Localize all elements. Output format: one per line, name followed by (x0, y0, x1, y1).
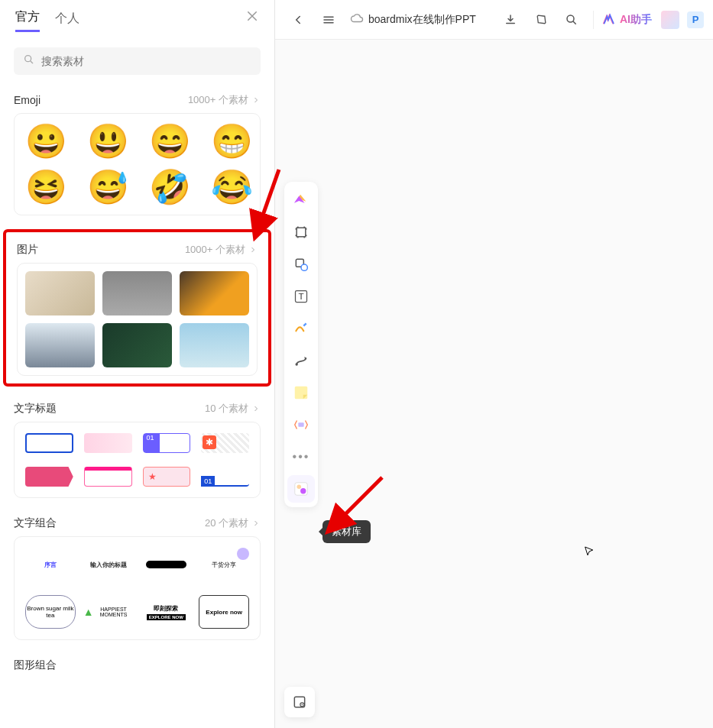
svg-point-15 (302, 704, 303, 706)
text-title-item[interactable]: ✱ (201, 433, 249, 453)
svg-point-0 (25, 56, 31, 62)
section-head-emoji[interactable]: Emoji 1000+ 个素材 (0, 89, 274, 113)
image-item[interactable] (25, 271, 95, 315)
doc-title: boardmix在线制作PPT (368, 13, 476, 27)
tab-official[interactable]: 官方 (15, 9, 40, 32)
text-title-item[interactable]: ★ (143, 467, 191, 487)
text-combo-item[interactable] (141, 548, 192, 581)
text-title-item[interactable]: 01 (143, 433, 191, 453)
ai-assistant-button[interactable]: AI助手 (601, 13, 652, 27)
text-combo-item[interactable]: Explore now (199, 595, 249, 629)
text-title-item[interactable] (25, 467, 73, 487)
image-title: 图片 (17, 243, 38, 257)
image-item[interactable] (102, 323, 172, 367)
textcombo-meta: 20 个素材 (205, 516, 261, 530)
emoji-item[interactable]: 😅 (87, 170, 129, 204)
tool-cursor[interactable] (287, 186, 315, 214)
avatar[interactable] (661, 11, 679, 29)
textcombo-title: 文字组合 (14, 516, 57, 530)
svg-point-12 (300, 488, 306, 493)
tooltip-material: 素材库 (322, 520, 371, 543)
svg-rect-9 (298, 422, 303, 427)
text-title-item[interactable] (84, 433, 132, 453)
topbar: boardmix在线制作PPT AI助手 P (275, 0, 713, 40)
tool-more[interactable]: ••• (287, 443, 315, 471)
search-box[interactable] (14, 47, 261, 75)
chevron-right-icon (251, 404, 261, 413)
shapecombo-title: 图形组合 (14, 658, 57, 672)
search-icon (23, 53, 41, 69)
section-head-textcombo[interactable]: 文字组合 20 个素材 (0, 512, 274, 536)
texttitle-meta: 10 个素材 (205, 402, 261, 416)
text-combo-item[interactable]: Brown sugar milk tea (25, 595, 76, 629)
svg-text:T: T (298, 291, 303, 301)
tag-button[interactable] (527, 6, 555, 34)
section-head-texttitle[interactable]: 文字标题 10 个素材 (0, 397, 274, 422)
text-title-item[interactable] (25, 433, 73, 453)
tool-pen[interactable] (287, 315, 315, 342)
text-title-item[interactable]: 01 (201, 467, 249, 487)
download-button[interactable] (497, 6, 524, 34)
tool-connector[interactable] (287, 347, 315, 374)
tool-frame[interactable] (287, 218, 315, 246)
tool-sticky[interactable] (287, 379, 315, 406)
search-input[interactable] (41, 55, 251, 67)
svg-rect-2 (297, 228, 306, 237)
image-item[interactable] (180, 271, 249, 315)
section-head-image[interactable]: 图片 1000+ 个素材 (17, 243, 258, 263)
chevron-right-icon (251, 95, 261, 105)
svg-rect-8 (295, 387, 308, 400)
image-item[interactable] (102, 271, 172, 315)
search-button[interactable] (558, 6, 585, 34)
emoji-title: Emoji (14, 94, 41, 106)
tabs-header: 官方 个人 (0, 0, 274, 40)
text-combo-item[interactable]: 序言 (25, 548, 76, 581)
emoji-item[interactable]: 😄 (149, 125, 191, 158)
text-title-item[interactable] (84, 467, 132, 487)
back-button[interactable] (284, 6, 312, 34)
image-section-highlighted: 图片 1000+ 个素材 (3, 229, 271, 387)
svg-rect-10 (295, 483, 308, 496)
ai-logo-icon (601, 13, 615, 27)
image-card (17, 263, 258, 376)
svg-point-4 (301, 264, 307, 270)
doc-title-wrap[interactable]: boardmix在线制作PPT (350, 11, 476, 28)
tool-shape[interactable] (287, 251, 315, 278)
minimap-button[interactable] (284, 687, 315, 717)
tool-layout[interactable] (287, 411, 315, 438)
canvas-area[interactable]: boardmix在线制作PPT AI助手 P T (275, 0, 713, 728)
tab-personal[interactable]: 个人 (55, 11, 79, 31)
close-icon[interactable] (245, 9, 259, 27)
section-head-shapecombo[interactable]: 图形组合 (0, 654, 274, 678)
image-item[interactable] (180, 323, 249, 367)
tool-material-library[interactable] (287, 475, 315, 503)
tool-text[interactable]: T (287, 283, 315, 310)
emoji-item[interactable]: 😃 (87, 125, 129, 158)
emoji-item[interactable]: 🤣 (149, 170, 191, 204)
emoji-card: 😀 😃 😄 😁 😆 😅 🤣 😂 (14, 113, 261, 215)
image-meta: 1000+ 个素材 (185, 243, 258, 257)
text-combo-item[interactable]: 干货分享 (199, 548, 249, 581)
search-wrap (0, 40, 274, 89)
badge-p[interactable]: P (687, 11, 704, 28)
image-item[interactable] (25, 323, 95, 367)
cursor-pointer-icon (583, 545, 595, 561)
text-combo-item[interactable]: ▲HAPPIEST MOMENTS (83, 595, 134, 629)
text-combo-item[interactable]: 即刻探索EXPLORE NOW (141, 595, 192, 629)
vertical-toolbar: T ••• (284, 182, 318, 507)
emoji-item[interactable]: 😀 (25, 125, 67, 158)
svg-point-1 (567, 15, 574, 22)
chevron-right-icon (251, 519, 261, 528)
svg-point-7 (296, 363, 298, 365)
svg-point-11 (297, 485, 302, 490)
texttitle-title: 文字标题 (14, 402, 57, 416)
material-panel: 官方 个人 Emoji 1000+ 个素材 😀 😃 😄 😁 😆 😅 (0, 0, 275, 728)
cloud-icon (350, 11, 364, 28)
emoji-item[interactable]: 😂 (211, 170, 253, 204)
emoji-item[interactable]: 😁 (211, 125, 253, 158)
text-combo-item[interactable]: 输入你的标题 (83, 548, 134, 581)
menu-button[interactable] (315, 6, 342, 34)
texttitle-card: 01 ✱ ★ 01 (14, 422, 261, 498)
chevron-right-icon (248, 245, 258, 254)
emoji-item[interactable]: 😆 (25, 170, 67, 204)
